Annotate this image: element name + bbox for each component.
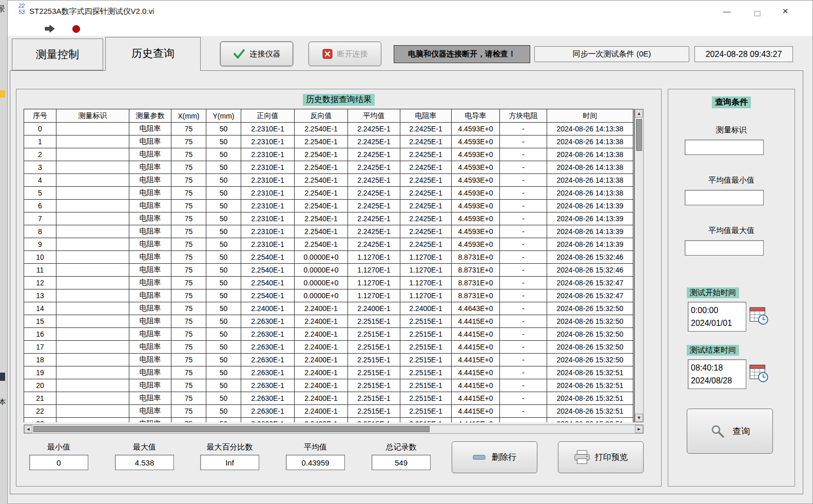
table-cell[interactable]: 75 [171, 418, 206, 423]
table-cell[interactable]: 2.2425E-1 [400, 212, 452, 225]
table-cell[interactable]: 14 [24, 302, 56, 315]
table-cell[interactable]: 17 [24, 341, 56, 354]
table-cell[interactable]: 2.2310E-1 [241, 123, 295, 135]
table-cell[interactable]: 2.2310E-1 [241, 174, 295, 187]
table-cell[interactable] [56, 187, 129, 200]
start-datetime-control[interactable]: 0:00:00 2024/01/01 [688, 302, 746, 332]
table-cell[interactable]: 50 [206, 289, 241, 302]
table-cell[interactable]: 2.2400E-1 [295, 341, 348, 354]
table-cell[interactable]: 2.2540E-1 [295, 225, 348, 238]
table-cell[interactable]: 2.2540E-1 [241, 251, 295, 264]
table-cell[interactable]: - [500, 354, 547, 366]
table-cell[interactable]: 75 [171, 200, 206, 212]
table-cell[interactable] [56, 238, 129, 251]
table-cell[interactable]: 4.4593E+0 [452, 161, 500, 174]
table-cell[interactable]: 50 [206, 302, 241, 315]
table-cell[interactable]: 4.4415E+0 [452, 328, 500, 341]
table-cell[interactable]: 2.2310E-1 [241, 200, 295, 212]
table-cell[interactable]: 2024-08-26 15:32:51 [547, 392, 633, 405]
table-cell[interactable]: 75 [171, 225, 206, 238]
table-cell[interactable]: 6 [24, 200, 56, 212]
table-cell[interactable]: 电阻率 [129, 277, 171, 289]
table-cell[interactable]: 2.2400E-1 [348, 302, 400, 315]
table-cell[interactable]: 电阻率 [129, 392, 171, 405]
table-cell[interactable]: 2.2515E-1 [400, 418, 452, 423]
table-cell[interactable]: 12 [24, 277, 56, 289]
table-cell[interactable]: 18 [24, 354, 56, 366]
table-cell[interactable]: 1.1270E-1 [400, 277, 452, 289]
table-cell[interactable]: 50 [206, 366, 241, 379]
table-cell[interactable]: 1.1270E-1 [400, 251, 452, 264]
table-cell[interactable]: 8.8731E+0 [452, 277, 500, 289]
table-cell[interactable]: 2.2400E-1 [295, 354, 348, 366]
column-header[interactable]: 正向值 [241, 109, 295, 123]
table-cell[interactable]: 电阻率 [129, 405, 171, 418]
table-cell[interactable]: 2.2425E-1 [400, 225, 452, 238]
avg-max-input[interactable] [685, 240, 764, 256]
table-cell[interactable]: 2.2425E-1 [400, 123, 452, 135]
table-row[interactable]: 3电阻率75502.2310E-12.2540E-12.2425E-12.242… [24, 161, 633, 174]
table-cell[interactable]: 2.2540E-1 [295, 148, 348, 161]
table-cell[interactable]: 4.4415E+0 [452, 315, 500, 328]
table-cell[interactable]: 1 [24, 135, 56, 148]
table-cell[interactable]: 2.2515E-1 [348, 315, 400, 328]
table-row[interactable]: 18电阻率75502.2630E-12.2400E-12.2515E-12.25… [24, 354, 633, 366]
table-cell[interactable]: 2024-08-26 14:13:38 [547, 174, 633, 187]
table-cell[interactable]: 8.8731E+0 [452, 264, 500, 277]
table-cell[interactable]: 75 [171, 212, 206, 225]
table-cell[interactable]: 2.2425E-1 [348, 238, 400, 251]
table-cell[interactable]: - [500, 277, 547, 289]
table-cell[interactable]: 13 [24, 289, 56, 302]
table-cell[interactable]: - [500, 392, 547, 405]
table-cell[interactable]: - [500, 302, 547, 315]
table-cell[interactable]: - [500, 212, 547, 225]
table-cell[interactable] [56, 354, 129, 366]
table-cell[interactable]: 50 [206, 200, 241, 212]
table-cell[interactable]: 2.2400E-1 [400, 302, 452, 315]
table-cell[interactable]: 2.2630E-1 [241, 354, 295, 366]
table-cell[interactable]: - [500, 225, 547, 238]
table-cell[interactable]: 3 [24, 161, 56, 174]
table-cell[interactable]: 2.2425E-1 [400, 200, 452, 212]
table-cell[interactable]: 2.2400E-1 [295, 315, 348, 328]
table-cell[interactable]: 4.4593E+0 [452, 187, 500, 200]
table-row[interactable]: 17电阻率75502.2630E-12.2400E-12.2515E-12.25… [24, 341, 633, 354]
table-cell[interactable]: 2.2310E-1 [241, 225, 295, 238]
column-header[interactable]: Y(mm) [206, 109, 241, 123]
table-cell[interactable]: 电阻率 [129, 302, 171, 315]
table-cell[interactable] [56, 200, 129, 212]
table-cell[interactable]: 2024-08-26 15:32:46 [547, 264, 633, 277]
table-cell[interactable]: 2.2515E-1 [400, 354, 452, 366]
table-cell[interactable]: 50 [206, 148, 241, 161]
table-cell[interactable]: 1.1270E-1 [400, 264, 452, 277]
avg-min-input[interactable] [685, 190, 764, 205]
table-cell[interactable]: 50 [206, 392, 241, 405]
table-cell[interactable]: 2024-08-26 15:32:50 [547, 341, 633, 354]
table-cell[interactable]: 2024-08-26 15:32:50 [547, 328, 633, 341]
table-cell[interactable]: 2.2515E-1 [348, 405, 400, 418]
table-cell[interactable]: 2.2425E-1 [400, 187, 452, 200]
table-cell[interactable]: 10 [24, 251, 56, 264]
table-cell[interactable]: - [500, 123, 547, 135]
table-cell[interactable]: 2024-08-26 15:32:47 [547, 277, 633, 289]
table-cell[interactable]: 0.0000E+0 [295, 264, 348, 277]
table-row[interactable]: 13电阻率75502.2540E-10.0000E+01.1270E-11.12… [24, 289, 633, 302]
table-cell[interactable]: 75 [171, 328, 206, 341]
table-cell[interactable] [56, 315, 129, 328]
table-cell[interactable] [56, 174, 129, 187]
table-row[interactable]: 8电阻率75502.2310E-12.2540E-12.2425E-12.242… [24, 225, 633, 238]
table-row[interactable]: 19电阻率75502.2630E-12.2400E-12.2515E-12.25… [24, 366, 633, 379]
table-cell[interactable]: 75 [171, 341, 206, 354]
table-cell[interactable] [56, 277, 129, 289]
table-cell[interactable]: 电阻率 [129, 264, 171, 277]
table-cell[interactable]: 电阻率 [129, 187, 171, 200]
maximize-button[interactable] [749, 4, 766, 19]
table-row[interactable]: 21电阻率75502.2630E-12.2400E-12.2515E-12.25… [24, 392, 633, 405]
query-button[interactable]: 查询 [687, 409, 773, 454]
table-cell[interactable]: 50 [206, 354, 241, 366]
table-cell[interactable]: 2024-08-26 15:32:46 [547, 251, 633, 264]
column-header[interactable]: 序号 [24, 109, 56, 123]
table-row[interactable]: 23电阻率75502.2630E-12.2400E-12.2515E-12.25… [24, 418, 633, 423]
table-cell[interactable]: 75 [171, 289, 206, 302]
print-preview-button[interactable]: 打印预览 [558, 441, 644, 473]
